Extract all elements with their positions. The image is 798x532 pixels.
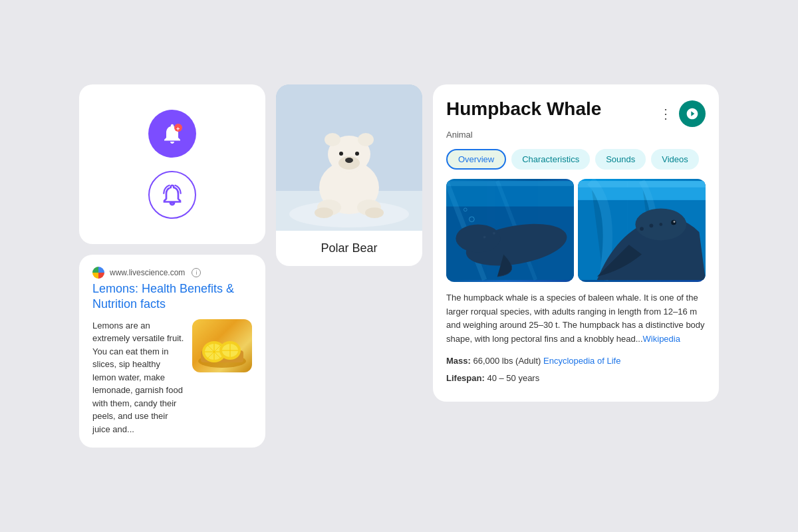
whale-title: Humpback Whale: [446, 98, 601, 120]
svg-point-43: [674, 221, 676, 223]
site-url: www.livescience.com: [110, 268, 185, 277]
svg-point-46: [659, 223, 662, 226]
article-body: Lemons are an extremely versatile fruit.…: [92, 319, 184, 436]
polar-bear-image: [276, 84, 422, 231]
encyclopedia-link[interactable]: Encyclopedia of Life: [543, 356, 620, 366]
tab-sounds[interactable]: Sounds: [595, 149, 646, 170]
whale-lifespan: Lifespan: 40 – 50 years: [446, 372, 706, 385]
bell-filled-icon[interactable]: +: [148, 110, 196, 158]
svg-text:+: +: [176, 125, 180, 132]
whale-image-left: [446, 179, 574, 282]
svg-point-20: [358, 133, 374, 146]
whale-category: Animal: [446, 130, 706, 140]
article-image: [192, 319, 252, 372]
svg-rect-37: [446, 181, 574, 186]
site-favicon: [92, 267, 104, 279]
polar-bear-card: Polar Bear: [276, 84, 422, 266]
tab-characteristics[interactable]: Characteristics: [511, 149, 590, 170]
tab-overview[interactable]: Overview: [446, 149, 506, 170]
svg-point-19: [325, 133, 340, 146]
svg-point-34: [493, 232, 495, 235]
polar-bear-label: Polar Bear: [276, 231, 422, 266]
wiki-link[interactable]: Wikipedia: [643, 334, 680, 344]
svg-point-28: [365, 207, 384, 218]
bell-outline-icon[interactable]: [148, 171, 196, 219]
bell-card: +: [79, 84, 265, 244]
svg-point-24: [355, 152, 359, 156]
svg-point-22: [345, 158, 353, 163]
info-icon[interactable]: i: [192, 268, 201, 277]
whale-card: Humpback Whale ⋮ Animal Overview Charact…: [433, 84, 719, 402]
lemon-card: www.livescience.com i Lemons: Health Ben…: [79, 255, 265, 448]
svg-point-27: [315, 207, 333, 218]
svg-point-23: [339, 152, 343, 156]
more-options-icon[interactable]: ⋮: [659, 106, 672, 122]
whale-description: The humpback whale is a species of balee…: [446, 291, 706, 346]
svg-point-33: [483, 236, 486, 239]
whale-mass: Mass: 66,000 lbs (Adult) Encyclopedia of…: [446, 354, 706, 368]
update-button[interactable]: [679, 100, 706, 127]
svg-point-45: [650, 223, 654, 227]
article-title[interactable]: Lemons: Health Benefits & Nutrition fact…: [92, 281, 252, 313]
whale-image-right: [578, 179, 706, 282]
svg-point-44: [640, 227, 644, 231]
whale-images: [446, 179, 706, 282]
svg-point-32: [456, 224, 500, 252]
tab-videos[interactable]: Videos: [651, 149, 699, 170]
whale-tabs: Overview Characteristics Sounds Videos: [446, 149, 706, 170]
